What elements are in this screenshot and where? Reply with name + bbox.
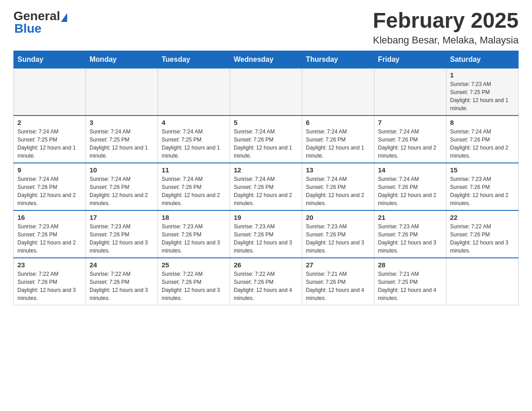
day-number: 18 (162, 214, 226, 221)
calendar-day-cell (230, 68, 302, 116)
day-info: Sunrise: 7:24 AMSunset: 7:26 PMDaylight:… (162, 175, 226, 207)
day-of-week-header: Thursday (302, 51, 374, 68)
calendar-day-cell: 13Sunrise: 7:24 AMSunset: 7:26 PMDayligh… (302, 163, 374, 210)
calendar-day-cell: 1Sunrise: 7:23 AMSunset: 7:25 PMDaylight… (446, 68, 519, 116)
day-number: 9 (17, 166, 82, 174)
logo: General Blue (13, 9, 67, 36)
day-number: 28 (378, 261, 442, 269)
calendar-table: SundayMondayTuesdayWednesdayThursdayFrid… (13, 51, 519, 305)
calendar-day-cell: 17Sunrise: 7:23 AMSunset: 7:26 PMDayligh… (86, 210, 158, 258)
day-of-week-header: Wednesday (230, 51, 302, 68)
calendar-day-cell: 12Sunrise: 7:24 AMSunset: 7:26 PMDayligh… (230, 163, 302, 210)
day-info: Sunrise: 7:22 AMSunset: 7:26 PMDaylight:… (17, 270, 82, 302)
day-number: 8 (450, 119, 515, 126)
calendar-day-cell: 28Sunrise: 7:21 AMSunset: 7:25 PMDayligh… (374, 258, 446, 305)
calendar-day-cell: 27Sunrise: 7:21 AMSunset: 7:26 PMDayligh… (302, 258, 374, 305)
day-number: 5 (234, 119, 298, 126)
calendar-day-cell: 9Sunrise: 7:24 AMSunset: 7:26 PMDaylight… (14, 163, 86, 210)
day-info: Sunrise: 7:21 AMSunset: 7:26 PMDaylight:… (306, 270, 370, 302)
day-info: Sunrise: 7:22 AMSunset: 7:26 PMDaylight:… (90, 270, 154, 302)
day-number: 16 (17, 214, 82, 221)
calendar-day-cell: 15Sunrise: 7:23 AMSunset: 7:26 PMDayligh… (446, 163, 519, 210)
day-info: Sunrise: 7:22 AMSunset: 7:26 PMDaylight:… (450, 223, 515, 255)
calendar-day-cell: 20Sunrise: 7:23 AMSunset: 7:26 PMDayligh… (302, 210, 374, 258)
calendar-day-cell: 18Sunrise: 7:23 AMSunset: 7:26 PMDayligh… (158, 210, 230, 258)
day-of-week-header: Friday (374, 51, 446, 68)
calendar-day-cell: 6Sunrise: 7:24 AMSunset: 7:26 PMDaylight… (302, 116, 374, 163)
calendar-day-cell (14, 68, 86, 116)
day-number: 7 (378, 119, 442, 126)
page-header: General Blue February 2025 Klebang Besar… (13, 9, 519, 46)
day-number: 17 (90, 214, 154, 221)
calendar-day-cell (446, 258, 519, 305)
calendar-day-cell: 19Sunrise: 7:23 AMSunset: 7:26 PMDayligh… (230, 210, 302, 258)
day-number: 25 (162, 261, 226, 269)
title-block: February 2025 Klebang Besar, Melaka, Mal… (373, 9, 519, 46)
day-number: 6 (306, 119, 370, 126)
day-of-week-header: Monday (86, 51, 158, 68)
calendar-week-row: 1Sunrise: 7:23 AMSunset: 7:25 PMDaylight… (14, 68, 519, 116)
calendar-day-cell: 2Sunrise: 7:24 AMSunset: 7:25 PMDaylight… (14, 116, 86, 163)
day-number: 4 (162, 119, 226, 126)
day-number: 2 (17, 119, 82, 126)
logo-triangle-icon (61, 13, 67, 22)
calendar-body: 1Sunrise: 7:23 AMSunset: 7:25 PMDaylight… (14, 68, 519, 305)
calendar-day-cell: 10Sunrise: 7:24 AMSunset: 7:26 PMDayligh… (86, 163, 158, 210)
day-info: Sunrise: 7:23 AMSunset: 7:26 PMDaylight:… (450, 175, 515, 207)
day-info: Sunrise: 7:24 AMSunset: 7:25 PMDaylight:… (17, 128, 82, 160)
calendar-day-cell: 23Sunrise: 7:22 AMSunset: 7:26 PMDayligh… (14, 258, 86, 305)
calendar-day-cell (302, 68, 374, 116)
page-subtitle: Klebang Besar, Melaka, Malaysia (373, 34, 519, 46)
calendar-day-cell: 3Sunrise: 7:24 AMSunset: 7:25 PMDaylight… (86, 116, 158, 163)
day-number: 24 (90, 261, 154, 269)
calendar-week-row: 23Sunrise: 7:22 AMSunset: 7:26 PMDayligh… (14, 258, 519, 305)
day-of-week-header: Tuesday (158, 51, 230, 68)
calendar-day-cell: 11Sunrise: 7:24 AMSunset: 7:26 PMDayligh… (158, 163, 230, 210)
day-info: Sunrise: 7:24 AMSunset: 7:25 PMDaylight:… (90, 128, 154, 160)
calendar-day-cell (86, 68, 158, 116)
day-number: 11 (162, 166, 226, 174)
day-number: 3 (90, 119, 154, 126)
day-info: Sunrise: 7:21 AMSunset: 7:25 PMDaylight:… (378, 270, 442, 302)
calendar-day-cell: 4Sunrise: 7:24 AMSunset: 7:25 PMDaylight… (158, 116, 230, 163)
day-number: 23 (17, 261, 82, 269)
day-of-week-header: Saturday (446, 51, 519, 68)
day-info: Sunrise: 7:24 AMSunset: 7:26 PMDaylight:… (306, 128, 370, 160)
day-info: Sunrise: 7:24 AMSunset: 7:26 PMDaylight:… (234, 128, 298, 160)
day-info: Sunrise: 7:23 AMSunset: 7:26 PMDaylight:… (378, 223, 442, 255)
day-number: 22 (450, 214, 515, 221)
calendar-day-cell: 25Sunrise: 7:22 AMSunset: 7:26 PMDayligh… (158, 258, 230, 305)
calendar-day-cell: 7Sunrise: 7:24 AMSunset: 7:26 PMDaylight… (374, 116, 446, 163)
day-number: 1 (450, 71, 515, 79)
day-number: 21 (378, 214, 442, 221)
calendar-day-cell: 8Sunrise: 7:24 AMSunset: 7:26 PMDaylight… (446, 116, 519, 163)
calendar-header: SundayMondayTuesdayWednesdayThursdayFrid… (14, 51, 519, 68)
day-number: 26 (234, 261, 298, 269)
day-number: 10 (90, 166, 154, 174)
day-info: Sunrise: 7:24 AMSunset: 7:26 PMDaylight:… (306, 175, 370, 207)
day-info: Sunrise: 7:23 AMSunset: 7:26 PMDaylight:… (306, 223, 370, 255)
day-number: 12 (234, 166, 298, 174)
day-info: Sunrise: 7:24 AMSunset: 7:26 PMDaylight:… (378, 128, 442, 160)
days-of-week-row: SundayMondayTuesdayWednesdayThursdayFrid… (14, 51, 519, 68)
day-info: Sunrise: 7:24 AMSunset: 7:26 PMDaylight:… (17, 175, 82, 207)
calendar-week-row: 2Sunrise: 7:24 AMSunset: 7:25 PMDaylight… (14, 116, 519, 163)
day-number: 15 (450, 166, 515, 174)
calendar-day-cell: 14Sunrise: 7:24 AMSunset: 7:26 PMDayligh… (374, 163, 446, 210)
calendar-day-cell (374, 68, 446, 116)
calendar-day-cell: 24Sunrise: 7:22 AMSunset: 7:26 PMDayligh… (86, 258, 158, 305)
day-info: Sunrise: 7:23 AMSunset: 7:26 PMDaylight:… (234, 223, 298, 255)
day-info: Sunrise: 7:24 AMSunset: 7:26 PMDaylight:… (378, 175, 442, 207)
day-info: Sunrise: 7:24 AMSunset: 7:25 PMDaylight:… (162, 128, 226, 160)
day-number: 19 (234, 214, 298, 221)
day-number: 27 (306, 261, 370, 269)
calendar-day-cell: 16Sunrise: 7:23 AMSunset: 7:26 PMDayligh… (14, 210, 86, 258)
day-number: 20 (306, 214, 370, 221)
day-info: Sunrise: 7:22 AMSunset: 7:26 PMDaylight:… (162, 270, 226, 302)
day-info: Sunrise: 7:24 AMSunset: 7:26 PMDaylight:… (234, 175, 298, 207)
calendar-day-cell: 26Sunrise: 7:22 AMSunset: 7:26 PMDayligh… (230, 258, 302, 305)
day-info: Sunrise: 7:24 AMSunset: 7:26 PMDaylight:… (90, 175, 154, 207)
page-title: February 2025 (373, 9, 519, 33)
day-info: Sunrise: 7:22 AMSunset: 7:26 PMDaylight:… (234, 270, 298, 302)
day-info: Sunrise: 7:24 AMSunset: 7:26 PMDaylight:… (450, 128, 515, 160)
